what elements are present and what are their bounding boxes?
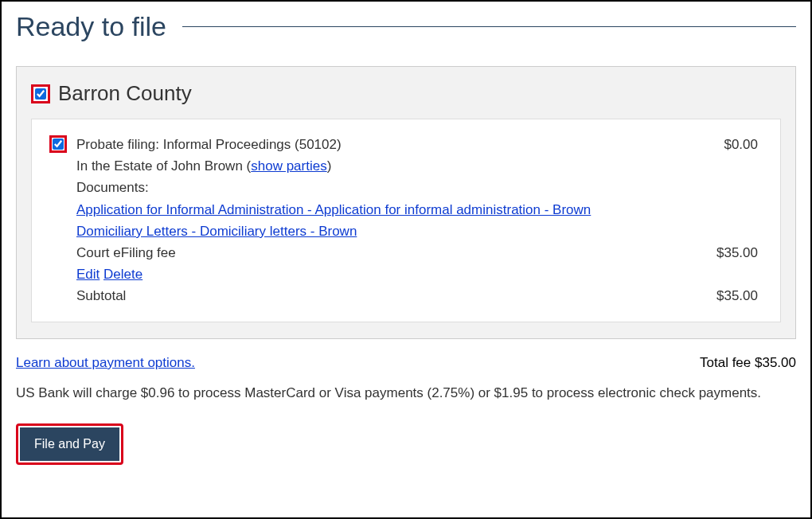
edit-delete-row: Edit Delete: [76, 263, 758, 285]
efiling-label: Court eFiling fee: [76, 242, 176, 263]
county-panel: Barron County Probate filing: Informal P…: [16, 66, 796, 339]
filing-checkbox[interactable]: [53, 139, 64, 150]
county-checkbox[interactable]: [35, 88, 46, 100]
learn-payment-link[interactable]: Learn about payment options.: [16, 355, 195, 371]
document-link-2[interactable]: Domiciliary Letters - Domiciliary letter…: [76, 224, 357, 239]
filing-amount: $0.00: [724, 134, 758, 155]
total-row: Learn about payment options. Total fee $…: [16, 355, 796, 371]
file-pay-highlight: File and Pay: [16, 423, 123, 465]
county-name: Barron County: [58, 81, 192, 106]
document-link-1[interactable]: Application for Informal Administration …: [76, 202, 591, 217]
bank-note: US Bank will charge $0.96 to process Mas…: [16, 385, 796, 401]
file-and-pay-button[interactable]: File and Pay: [20, 427, 119, 461]
subtotal-amount: $35.00: [716, 285, 758, 306]
filing-title-row: Probate filing: Informal Proceedings (50…: [76, 134, 758, 155]
title-divider: [182, 26, 796, 27]
filing-title: Probate filing: Informal Proceedings (50…: [76, 134, 342, 155]
estate-line: In the Estate of John Brown (show partie…: [76, 155, 758, 177]
estate-close: ): [327, 158, 332, 174]
page-title: Ready to file: [16, 11, 166, 42]
county-checkbox-highlight: [31, 84, 50, 103]
delete-link[interactable]: Delete: [103, 267, 142, 282]
show-parties-link[interactable]: show parties: [251, 158, 326, 174]
estate-text: In the Estate of John Brown (: [76, 158, 251, 174]
total-fee: Total fee $35.00: [700, 355, 796, 371]
efiling-amount: $35.00: [716, 242, 758, 263]
edit-link[interactable]: Edit: [76, 267, 100, 282]
filing-checkbox-highlight: [49, 135, 67, 153]
efiling-row: Court eFiling fee $35.00: [76, 242, 758, 263]
subtotal-row: Subtotal $35.00: [76, 285, 758, 306]
filing-panel: Probate filing: Informal Proceedings (50…: [31, 119, 781, 322]
title-row: Ready to file: [16, 11, 796, 42]
subtotal-label: Subtotal: [76, 285, 126, 306]
county-header: Barron County: [31, 81, 781, 106]
documents-label: Documents:: [76, 177, 758, 198]
